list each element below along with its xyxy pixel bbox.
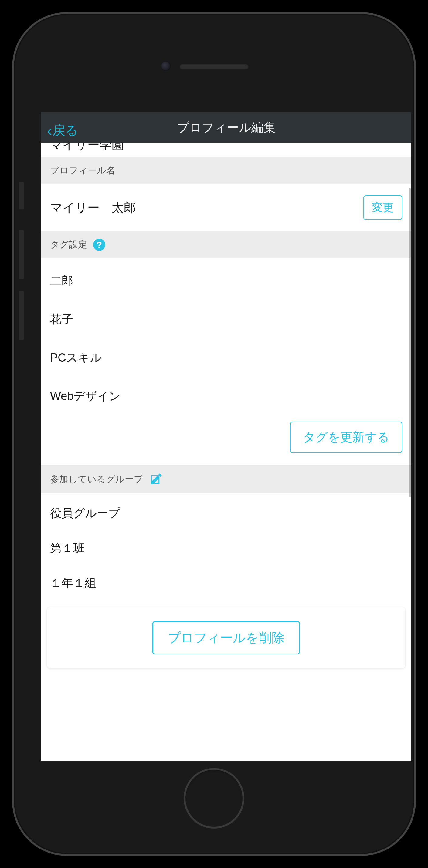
back-button[interactable]: ‹ 戻る bbox=[47, 122, 78, 139]
tag-list: 二郎 花子 PCスキル Webデザイン bbox=[41, 258, 411, 415]
speaker-grille bbox=[179, 64, 249, 70]
help-icon[interactable]: ? bbox=[93, 239, 105, 251]
section-profile-name: プロフィール名 bbox=[41, 157, 411, 184]
tag-item[interactable]: PCスキル bbox=[50, 338, 402, 377]
front-camera bbox=[161, 61, 171, 71]
profile-name-value: マイリー 太郎 bbox=[50, 199, 136, 216]
home-button[interactable] bbox=[183, 768, 244, 829]
scroll-indicator[interactable] bbox=[409, 188, 411, 497]
school-name-row: マイリー学園 bbox=[41, 143, 411, 157]
content: マイリー学園 プロフィール名 マイリー 太郎 変更 タグ設定 ? 二郎 花子 P… bbox=[41, 143, 411, 761]
back-label: 戻る bbox=[53, 122, 78, 139]
tag-update-row: タグを更新する bbox=[41, 415, 411, 465]
tag-item[interactable]: 花子 bbox=[50, 300, 402, 338]
phone-frame: ‹ 戻る プロフィール編集 マイリー学園 プロフィール名 マイリー 太郎 変更 … bbox=[12, 12, 416, 856]
screen: ‹ 戻る プロフィール編集 マイリー学園 プロフィール名 マイリー 太郎 変更 … bbox=[41, 112, 411, 761]
tag-item[interactable]: Webデザイン bbox=[50, 377, 402, 415]
volume-up bbox=[19, 230, 24, 279]
delete-profile-button[interactable]: プロフィールを削除 bbox=[152, 621, 300, 654]
change-name-button[interactable]: 変更 bbox=[363, 195, 402, 220]
edit-groups-icon[interactable] bbox=[149, 472, 163, 486]
navbar: ‹ 戻る プロフィール編集 bbox=[41, 112, 411, 143]
section-profile-name-label: プロフィール名 bbox=[50, 164, 115, 177]
profile-name-row: マイリー 太郎 変更 bbox=[41, 184, 411, 231]
tag-item[interactable]: 二郎 bbox=[50, 261, 402, 300]
chevron-left-icon: ‹ bbox=[47, 122, 52, 139]
section-tag-settings: タグ設定 ? bbox=[41, 231, 411, 258]
section-groups-label: 参加しているグループ bbox=[50, 473, 143, 486]
section-tag-settings-label: タグ設定 bbox=[50, 238, 87, 251]
page-title: プロフィール編集 bbox=[177, 119, 276, 136]
delete-profile-card: プロフィールを削除 bbox=[47, 607, 405, 669]
group-list: 役員グループ 第１班 １年１組 bbox=[41, 493, 411, 600]
group-item[interactable]: １年１組 bbox=[50, 566, 402, 600]
group-item[interactable]: 役員グループ bbox=[50, 496, 402, 531]
section-groups: 参加しているグループ bbox=[41, 465, 411, 493]
volume-down bbox=[19, 291, 24, 340]
group-item[interactable]: 第１班 bbox=[50, 531, 402, 566]
side-switch bbox=[19, 182, 24, 209]
update-tags-button[interactable]: タグを更新する bbox=[290, 422, 402, 453]
